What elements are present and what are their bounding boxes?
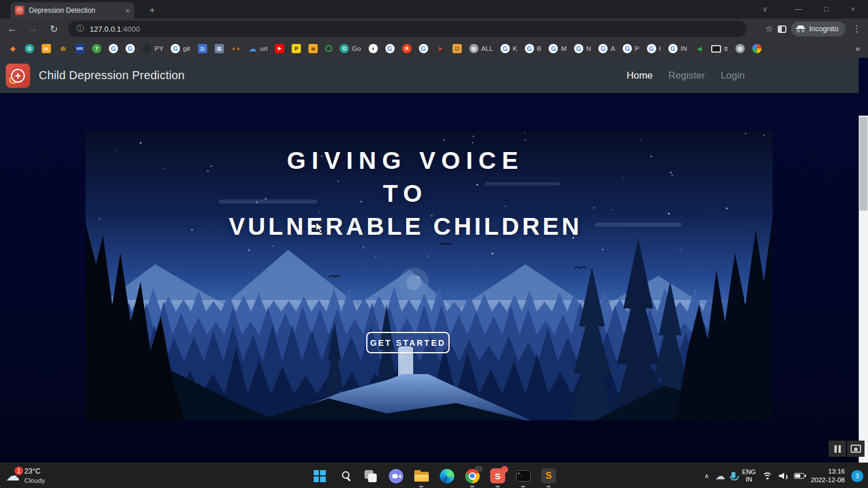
taskbar-icon-search[interactable] — [332, 463, 358, 488]
bookmark-item-8[interactable]: PY — [142, 44, 163, 53]
bookmark-item-31[interactable]: GP — [623, 44, 639, 53]
bookmark-item-22[interactable]: G — [419, 44, 428, 53]
bookmark-favicon-icon: G — [126, 44, 135, 53]
bookmark-label: I — [659, 45, 661, 52]
nav-link-register[interactable]: Register — [668, 70, 705, 82]
nav-link-home[interactable]: Home — [627, 70, 653, 82]
window-restore-button[interactable]: □ — [815, 0, 838, 17]
taskbar-icon-edge[interactable] — [434, 463, 459, 488]
bookmark-favicon-icon: G — [419, 44, 428, 53]
taskbar-icon-explorer[interactable] — [409, 463, 434, 488]
wifi-icon[interactable] — [762, 472, 773, 480]
bookmark-favicon-icon: ➤ — [436, 44, 445, 53]
bookmarks-overflow-icon[interactable]: » — [855, 44, 860, 53]
bookmark-item-24[interactable]: ▤ — [453, 44, 462, 53]
taskbar-icon-s-red[interactable]: S — [485, 463, 510, 488]
bookmark-item-23[interactable]: ➤ — [436, 44, 445, 53]
tab-search-icon[interactable]: ∨ — [753, 0, 777, 17]
scrollbar-thumb[interactable] — [859, 117, 867, 210]
taskbar-icon-sublime[interactable]: S — [536, 463, 561, 488]
windows-taskbar: ☁1 23°C Cloudy S>_S ∧ ☁ ENG IN 13:16 202… — [0, 463, 868, 488]
back-button[interactable]: ← — [3, 20, 21, 38]
running-indicator — [547, 486, 551, 487]
microphone-icon[interactable] — [731, 472, 735, 478]
volume-icon[interactable] — [779, 472, 788, 480]
bookmark-item-6[interactable]: G — [109, 44, 118, 53]
taskbar-icon-chat[interactable] — [383, 463, 409, 488]
bookmark-favicon-icon: G — [574, 44, 583, 53]
new-tab-button[interactable]: + — [145, 3, 160, 18]
browser-tab[interactable]: + Depression Detection × — [10, 2, 134, 19]
bookmark-favicon-icon: P — [292, 44, 301, 53]
bookmark-item-19[interactable]: ◖ — [369, 44, 378, 53]
site-info-icon[interactable]: ⓘ — [76, 24, 84, 34]
bookmark-item-33[interactable]: GIN — [668, 44, 687, 53]
battery-icon[interactable] — [794, 473, 804, 479]
bookmark-favicon-icon: ılı — [58, 44, 68, 53]
bookmark-item-28[interactable]: GM — [549, 44, 567, 53]
bookmark-item-34[interactable]: ◀ — [694, 44, 704, 53]
bookmark-item-1[interactable]: G — [25, 44, 34, 53]
system-tray: ∧ ☁ ENG IN 13:16 2022-12-08 3 — [704, 463, 863, 488]
bookmark-favicon-icon: ◖ — [369, 44, 378, 53]
bookmark-item-37[interactable] — [752, 44, 762, 53]
bookmark-item-10[interactable]: ▥ — [198, 44, 207, 53]
taskbar-icon-terminal[interactable]: >_ — [510, 463, 536, 488]
bookmark-item-25[interactable]: ⊕ALL — [469, 44, 493, 53]
bookmark-item-11[interactable]: ▦ — [215, 44, 224, 53]
bookmark-item-20[interactable]: G — [385, 44, 395, 53]
browser-menu-icon[interactable]: ⋮ — [850, 24, 863, 34]
bookmark-item-26[interactable]: GK — [501, 44, 517, 53]
bookmark-item-12[interactable]: ▲▲ — [231, 44, 241, 53]
bookmark-item-27[interactable]: GB — [525, 44, 542, 53]
bookmark-item-2[interactable]: GL — [42, 44, 51, 53]
bookmark-item-30[interactable]: GA — [598, 44, 615, 53]
bookmark-item-16[interactable]: ◉ — [308, 44, 318, 53]
tab-close-icon[interactable]: × — [125, 6, 130, 15]
side-panel-icon[interactable] — [778, 25, 786, 33]
taskbar-icon-chrome[interactable] — [459, 463, 485, 488]
bookmark-item-35[interactable]: tt — [711, 45, 727, 53]
forward-button[interactable]: → — [24, 20, 42, 38]
get-started-button[interactable]: GET STARTED — [366, 332, 450, 353]
bookmark-item-21[interactable]: Я — [402, 44, 411, 53]
window-minimize-button[interactable]: — — [787, 0, 810, 17]
picture-in-picture-button[interactable] — [847, 441, 865, 457]
bookmark-item-15[interactable]: P — [292, 44, 301, 53]
window-close-button[interactable]: × — [841, 0, 865, 17]
bookmark-item-13[interactable]: ☁url — [248, 44, 268, 53]
taskbar-icon-start[interactable] — [307, 463, 332, 488]
incognito-icon — [796, 25, 806, 32]
nav-link-login[interactable]: Login — [720, 70, 745, 82]
bookmark-item-18[interactable]: GGo — [340, 44, 361, 53]
site-favicon-icon: + — [15, 6, 24, 15]
bookmark-item-7[interactable]: G — [126, 44, 135, 53]
bookmark-item-14[interactable]: ▶ — [275, 44, 284, 53]
page-scrollbar[interactable] — [859, 116, 868, 463]
bookmark-item-17[interactable] — [325, 45, 332, 52]
bookmark-favicon-icon: G — [340, 44, 349, 53]
bookmark-favicon-icon: G — [668, 44, 678, 53]
language-indicator[interactable]: ENG IN — [742, 468, 756, 483]
taskbar-icon-taskview[interactable] — [358, 463, 383, 488]
bookmark-favicon-icon: ☁ — [248, 44, 258, 53]
bookmark-item-36[interactable]: ⊕ — [735, 44, 745, 53]
address-bar[interactable]: ⓘ 127.0.0.1:4000 — [68, 21, 746, 37]
weather-widget[interactable]: ☁1 23°C Cloudy — [6, 463, 45, 488]
clock[interactable]: 13:16 2022-12-08 — [811, 467, 845, 485]
bookmark-item-3[interactable]: ılı — [58, 44, 68, 53]
bookmark-item-9[interactable]: Ggit — [171, 44, 190, 53]
bookmark-star-icon[interactable]: ☆ — [766, 24, 773, 34]
running-indicator — [470, 486, 475, 487]
bookmark-favicon-icon: ◉ — [308, 44, 318, 53]
bookmark-item-32[interactable]: GI — [647, 44, 661, 53]
onedrive-icon[interactable]: ☁ — [715, 471, 725, 481]
bookmark-item-0[interactable]: ◆ — [8, 44, 17, 53]
bookmark-item-4[interactable]: IEEE — [75, 44, 84, 53]
reload-button[interactable]: ↻ — [45, 20, 62, 38]
pause-button[interactable] — [829, 441, 846, 457]
bookmark-item-5[interactable]: 7 — [92, 44, 101, 53]
notification-count-badge[interactable]: 3 — [851, 470, 863, 482]
tray-chevron-icon[interactable]: ∧ — [704, 472, 709, 480]
bookmark-item-29[interactable]: GN — [574, 44, 591, 53]
